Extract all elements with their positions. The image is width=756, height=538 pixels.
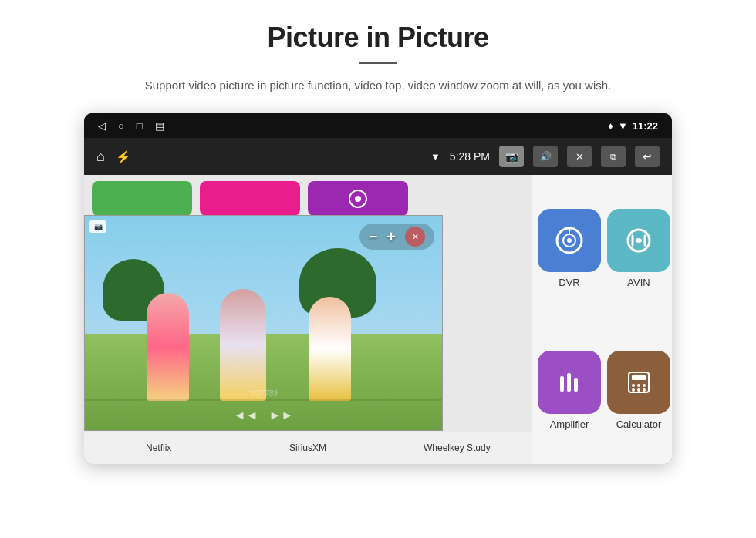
status-bar: ◁ ○ □ ▤ ♦ ▼ 11:22 — [84, 113, 672, 138]
app-bar-right: ▼ 5:28 PM 📷 🔊 ✕ ⧉ ↩ — [430, 146, 660, 167]
left-section: 📷 − + ✕ ◄◄ ►► — [84, 175, 532, 464]
close-button[interactable]: ✕ — [567, 146, 592, 167]
svg-point-4 — [567, 238, 572, 243]
pip-button[interactable]: ⧉ — [601, 146, 626, 167]
wifi-icon: ▼ — [618, 120, 628, 132]
pip-playback-controls: ◄◄ ►► — [234, 409, 293, 422]
netflix-label: Netflix — [146, 442, 171, 453]
page-wrapper: Picture in Picture Support video picture… — [0, 0, 756, 538]
wifi-small-icon: ▼ — [430, 151, 440, 163]
amplifier-label: Amplifier — [550, 419, 589, 430]
calculator-label: Calculator — [616, 419, 662, 430]
wheelkey-label: Wheelkey Study — [424, 442, 491, 453]
app-bar-left: ⌂ ⚡ — [96, 149, 131, 165]
pip-minus-button[interactable]: − — [369, 228, 378, 246]
wheelkey-icon — [347, 188, 369, 210]
pip-window[interactable]: 📷 − + ✕ ◄◄ ►► — [84, 215, 443, 431]
pip-plus-button[interactable]: + — [386, 228, 396, 246]
siriusxm-label-item[interactable]: SiriusXM — [233, 442, 382, 453]
location-icon: ♦ — [608, 120, 613, 132]
cast-icon: ▤ — [155, 120, 164, 132]
netflix-label-item[interactable]: Netflix — [84, 442, 233, 453]
avin-icon — [622, 224, 656, 257]
svg-point-14 — [632, 384, 635, 387]
page-title: Picture in Picture — [267, 22, 488, 54]
svg-point-1 — [355, 196, 361, 202]
svg-point-15 — [637, 384, 640, 387]
camera-icon: 📷 — [505, 150, 518, 163]
dvr-label: DVR — [559, 277, 579, 288]
svg-point-16 — [643, 384, 646, 387]
main-area: 📷 − + ✕ ◄◄ ►► — [84, 175, 672, 464]
svg-point-17 — [632, 388, 635, 392]
close-icon: ✕ — [575, 151, 584, 163]
wheelkey-button[interactable] — [308, 181, 408, 216]
svg-rect-9 — [560, 376, 564, 392]
siriusxm-button[interactable] — [200, 181, 300, 216]
square-outline-icon: □ — [137, 120, 143, 132]
volume-button[interactable]: 🔊 — [533, 146, 558, 167]
svg-point-19 — [643, 388, 646, 392]
volume-icon: 🔊 — [540, 151, 552, 162]
avin-label: AVIN — [627, 277, 650, 288]
pip-controls-top: 📷 — [89, 220, 106, 233]
status-bar-right: ♦ ▼ 11:22 — [608, 120, 658, 132]
watermark: VG7789 — [249, 389, 278, 398]
pip-prev-button[interactable]: ◄◄ — [234, 409, 258, 422]
app-labels-row: Netflix SiriusXM Wheelkey Study — [84, 432, 532, 464]
amplifier-icon-box — [538, 351, 601, 414]
svg-rect-11 — [574, 378, 578, 392]
avin-icon-box — [607, 209, 670, 272]
app-bar-time: 5:28 PM — [450, 150, 490, 163]
pip-next-button[interactable]: ►► — [269, 409, 294, 422]
app-row-top — [84, 175, 532, 221]
calculator-icon-box — [607, 351, 670, 414]
status-bar-left: ◁ ○ □ ▤ — [98, 120, 164, 132]
calculator-tile[interactable]: Calculator — [607, 323, 670, 459]
dvr-icon — [552, 224, 586, 257]
app-bar: ⌂ ⚡ ▼ 5:28 PM 📷 🔊 ✕ ⧉ ↩ — [84, 138, 672, 175]
pip-close-button[interactable]: ✕ — [405, 227, 425, 247]
calculator-icon — [622, 365, 656, 399]
home-icon[interactable]: ⌂ — [96, 149, 105, 165]
page-subtitle: Support video picture in picture functio… — [145, 76, 611, 95]
device-frame: ◁ ○ □ ▤ ♦ ▼ 11:22 ⌂ ⚡ ▼ 5:28 PM 📷 — [84, 113, 672, 464]
pip-close-icon: ✕ — [412, 232, 419, 242]
amplifier-tile[interactable]: Amplifier — [538, 323, 601, 459]
siriusxm-label: SiriusXM — [289, 442, 326, 453]
home-circle-icon: ○ — [118, 120, 124, 132]
back-button[interactable]: ↩ — [635, 146, 660, 167]
camera-button[interactable]: 📷 — [499, 146, 524, 167]
wheelkey-label-item[interactable]: Wheelkey Study — [383, 442, 532, 453]
pip-icon: ⧉ — [610, 152, 616, 162]
pip-camera-icon: 📷 — [89, 220, 106, 233]
svg-rect-13 — [632, 375, 646, 380]
back-arrow-icon: ◁ — [98, 120, 106, 132]
svg-rect-10 — [567, 373, 571, 392]
avin-tile[interactable]: AVIN — [607, 181, 670, 317]
status-time: 11:22 — [633, 120, 658, 132]
title-divider — [359, 62, 397, 64]
netflix-button[interactable] — [92, 181, 192, 216]
usb-icon[interactable]: ⚡ — [116, 150, 131, 164]
right-section: DVR AVIN — [532, 175, 672, 464]
dvr-tile[interactable]: DVR — [538, 181, 601, 317]
amplifier-icon — [552, 365, 586, 399]
dvr-icon-box — [538, 209, 601, 272]
back-arrow-icon: ↩ — [643, 150, 652, 163]
svg-point-18 — [637, 388, 640, 392]
